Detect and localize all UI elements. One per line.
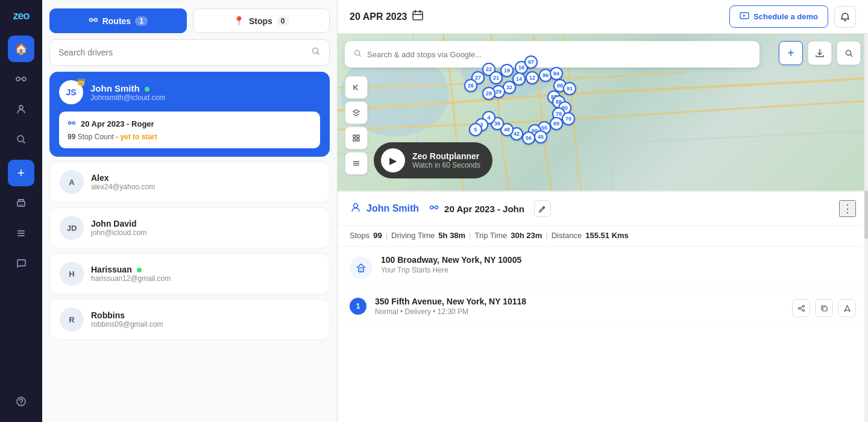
sidebar-item-search[interactable] [8,126,34,153]
sidebar-item-add[interactable]: + [8,160,34,186]
search-bar [49,39,330,66]
route-date-icon [429,202,439,215]
map-pin: 91 [563,82,576,95]
map-pin: 12 [526,71,539,84]
top-bar: 20 APR 2023 Schedule a demo [338,0,868,34]
search-wrap [42,39,337,72]
selected-driver-avatar: JS 👑 [59,80,83,104]
map-grid-button[interactable] [345,127,368,150]
right-area: 20 APR 2023 Schedule a demo [338,0,868,422]
svg-point-10 [20,404,21,405]
selected-driver-info: John Smith Johnsmith@icloud.com [90,83,165,102]
route-sub-card[interactable]: 20 Apr 2023 - Roger 99 Stop Count - yet … [59,112,320,148]
svg-rect-24 [353,139,356,141]
route-stats: Stops 99 | Driving Time 5h 38m | Trip Ti… [338,226,868,247]
map-pin: 5 [469,123,482,136]
selected-driver-card[interactable]: JS 👑 John Smith Johnsmith@icloud.com [49,72,330,157]
svg-rect-22 [353,135,356,137]
map-pin: 97 [524,55,538,69]
map-pin: 45 [534,130,547,143]
map-pin: 69 [550,117,563,130]
svg-point-13 [313,48,318,54]
bottom-panel: John Smith 20 Apr 2023 - John ⋮ Stops 99… [338,191,868,422]
svg-point-1 [22,77,26,81]
demo-icon [740,11,749,22]
share-stop-button[interactable] [792,299,810,317]
route-sub-icon [68,119,76,129]
play-button[interactable]: ▶ [381,148,405,172]
video-text: Zeo Routplanner Watch in 60 Seconds [412,151,480,169]
svg-point-0 [16,77,20,81]
sidebar-item-print[interactable] [8,190,34,216]
map-pin: 56 [522,131,535,145]
drivers-list: JS 👑 John Smith Johnsmith@icloud.com [42,72,337,422]
tab-stops[interactable]: 📍 Stops 0 [193,8,330,33]
map-menu-button[interactable] [345,152,368,175]
driver-avatar: H [60,262,84,286]
map-search-toggle[interactable] [837,41,861,65]
svg-point-31 [435,206,438,209]
tab-routes[interactable]: Routes 1 [49,8,187,33]
bottom-driver-name: John Smith [366,203,419,214]
driver-avatar: A [60,170,84,194]
app-logo: zeo [10,7,31,25]
sidebar: zeo 🏠 + [0,0,42,422]
svg-point-35 [798,307,800,309]
svg-point-34 [802,305,804,307]
driver-name-link[interactable]: John Smith [350,201,419,216]
top-bar-right: Schedule a demo [729,5,856,28]
sidebar-item-chat[interactable] [8,250,34,277]
notification-button[interactable] [834,6,856,28]
calendar-icon[interactable] [412,9,424,24]
sidebar-item-support[interactable] [8,388,34,415]
sidebar-item-list[interactable] [8,220,34,247]
svg-point-2 [19,106,23,109]
start-stop-content: 100 Broadway, New York, NY 10005 Your Tr… [381,255,856,274]
search-input[interactable] [58,48,311,57]
map-layers-button[interactable] [345,101,368,124]
scrollbar-track [864,34,868,422]
sidebar-item-drivers[interactable] [8,96,34,122]
svg-point-21 [846,50,851,55]
schedule-demo-button[interactable]: Schedule a demo [729,5,828,28]
copy-stop-button[interactable] [815,299,833,317]
sidebar-item-routes[interactable] [8,66,34,92]
map-collapse-button[interactable] [345,76,368,99]
video-title: Zeo Routplanner [412,151,480,161]
driver-card-alex[interactable]: A Alex alex24@yahoo.com [49,162,330,203]
svg-point-20 [355,50,360,55]
stop-content: 350 Fifth Avenue, New York, NY 10118 Nor… [375,297,784,316]
map-pin: 94 [550,67,563,80]
stops-icon: 📍 [233,16,245,27]
driver-card-johndavid[interactable]: JD John David john@icloud.com [49,207,330,248]
map-pin: 19 [500,64,514,77]
route-info-section: 20 Apr 2023 - John [429,202,524,215]
online-indicator [145,87,149,92]
video-overlay[interactable]: ▶ Zeo Routplanner Watch in 60 Seconds [374,142,492,178]
left-panel: Routes 1 📍 Stops 0 JS 👑 [42,0,338,422]
edit-route-button[interactable] [534,200,551,217]
date-text: 20 APR 2023 [350,11,407,22]
svg-point-15 [73,122,75,124]
scrollbar-thumb[interactable] [864,191,868,239]
routes-icon [89,15,98,27]
video-subtitle: Watch in 60 Seconds [412,161,480,169]
sidebar-item-home[interactable]: 🏠 [8,36,34,62]
start-stop-address: 100 Broadway, New York, NY 10005 [381,255,856,265]
map-import-button[interactable] [808,41,832,65]
driver-profile-icon [350,201,362,216]
more-options-button[interactable]: ⋮ [839,200,856,217]
svg-point-12 [94,19,97,22]
date-display: 20 APR 2023 [350,9,424,24]
driver-card-harissuan[interactable]: H Harissuan harissuan12@gmail.com [49,253,330,294]
map-search-input[interactable] [367,50,751,59]
driver-card-robbins[interactable]: R Robbins robbins09@gmail.com [49,299,330,340]
map-tools: + [779,41,861,65]
stop-address: 350 Fifth Avenue, New York, NY 10118 [375,297,784,306]
map-search-bar [345,41,760,68]
route-detail-header: John Smith 20 Apr 2023 - John ⋮ [338,192,868,226]
map-add-button[interactable]: + [779,41,803,65]
navigate-stop-button[interactable] [838,299,856,317]
svg-rect-16 [413,11,423,20]
svg-rect-25 [357,139,359,141]
